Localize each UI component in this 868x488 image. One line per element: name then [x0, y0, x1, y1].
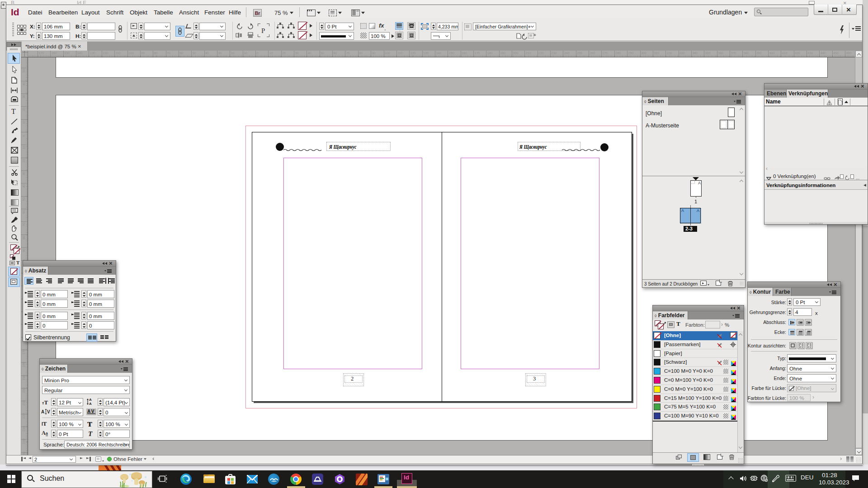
svg-text:V: V [47, 409, 50, 414]
svg-text:A: A [89, 398, 92, 402]
svg-text:A: A [41, 409, 44, 414]
svg-text:A: A [89, 402, 92, 406]
